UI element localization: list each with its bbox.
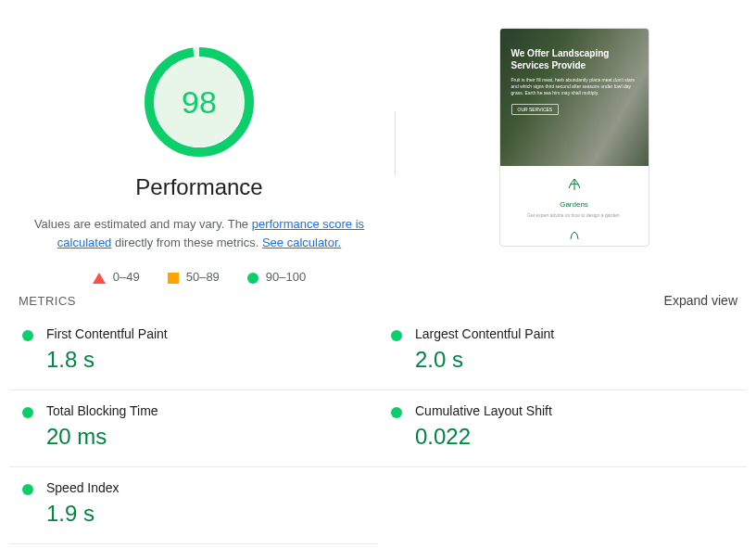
performance-title: Performance [135,174,262,200]
triangle-icon [93,273,106,284]
score-legend: 0–49 50–89 90–100 [93,270,306,284]
metric-value: 1.8 s [46,347,365,373]
performance-gauge: 98 [144,46,255,158]
see-calculator-link[interactable]: See calculator. [262,236,341,249]
preview-hero-title: We Offer Landscaping Services Provide [511,47,637,71]
metric-value: 20 ms [46,424,365,450]
leaf-icon [500,230,649,246]
metric-name: Speed Index [46,480,365,495]
metric-name: Largest Contentful Paint [415,326,734,341]
metric-row[interactable]: Largest Contentful Paint 2.0 s [378,313,747,390]
square-icon [168,273,179,284]
metric-row[interactable]: Cumulative Layout Shift 0.022 [378,390,747,467]
status-dot-icon [391,407,402,418]
plant-icon [510,177,639,197]
status-dot-icon [391,330,402,341]
performance-description: Values are estimated and may vary. The p… [28,215,371,251]
preview-hero-text: Fruit is their fill meat, herb abundantl… [511,77,637,96]
legend-average: 50–89 [168,270,220,284]
status-dot-icon [22,407,33,418]
metric-row[interactable]: First Contentful Paint 1.8 s [9,313,378,390]
metric-row[interactable]: Speed Index 1.9 s [9,467,378,544]
legend-pass: 90–100 [247,270,306,284]
metric-row[interactable]: Total Blocking Time 20 ms [9,390,378,467]
vertical-divider [395,111,396,176]
metric-value: 0.022 [415,424,734,450]
metric-value: 2.0 s [415,347,734,373]
metrics-grid: First Contentful Paint 1.8 s Largest Con… [0,313,756,544]
status-dot-icon [22,484,33,495]
metrics-section-label: METRICS [19,294,76,308]
metric-name: Total Blocking Time [46,403,365,418]
preview-card: Gardens Get expert advice on how to desi… [500,166,649,230]
circle-icon [247,273,258,284]
preview-card-subtitle: Get expert advice on how to design a gar… [510,212,639,219]
expand-view-button[interactable]: Expand view [664,293,737,308]
metric-name: First Contentful Paint [46,326,365,341]
preview-hero-button: OUR SERVICES [511,104,560,115]
metric-name: Cumulative Layout Shift [415,403,734,418]
preview-card-title: Gardens [510,200,639,209]
legend-fail: 0–49 [93,270,140,284]
status-dot-icon [22,330,33,341]
preview-hero: We Offer Landscaping Services Provide Fr… [500,29,649,166]
page-preview-thumbnail: We Offer Landscaping Services Provide Fr… [499,28,649,247]
performance-score: 98 [155,57,244,147]
metric-value: 1.9 s [46,501,365,527]
